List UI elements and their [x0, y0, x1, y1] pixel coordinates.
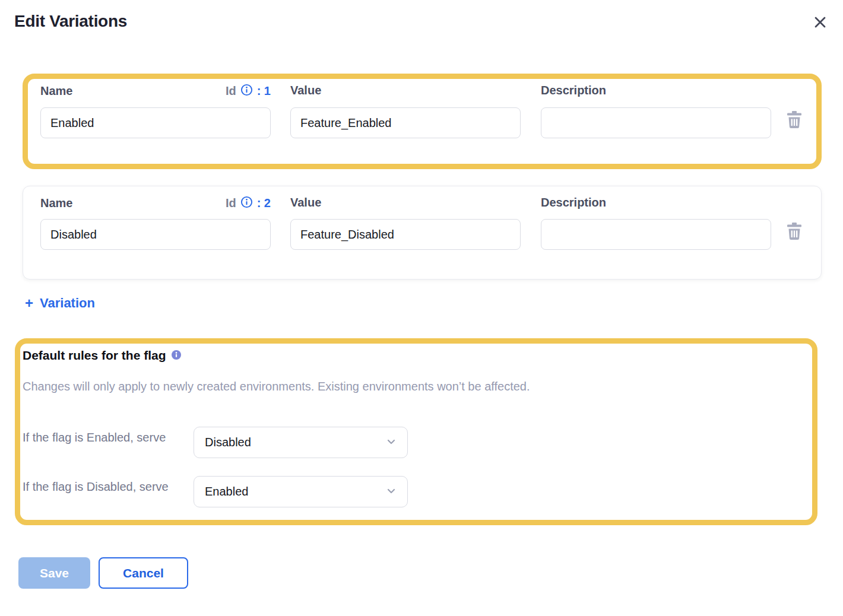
variation-1-name-label-row: Name Id : 1 — [40, 84, 271, 99]
rule-1-select[interactable]: Disabled — [194, 427, 408, 458]
default-rules-heading-row: Default rules for the flag — [23, 348, 181, 363]
variation-1-delete-button[interactable] — [785, 110, 804, 131]
info-filled-icon[interactable] — [172, 348, 181, 363]
save-button[interactable]: Save — [18, 557, 90, 589]
rule-2-select[interactable]: Enabled — [194, 476, 408, 507]
id-label: Id — [226, 196, 236, 210]
variation-2-value-input[interactable] — [290, 219, 521, 250]
variation-1-name-input[interactable] — [40, 107, 271, 138]
chevron-down-icon — [386, 485, 397, 498]
value-label: Value — [290, 84, 321, 97]
id-label: Id — [226, 84, 236, 98]
id-value: : 1 — [257, 84, 271, 98]
close-icon — [812, 14, 828, 32]
variation-2-name-label-row: Name Id : 2 — [40, 196, 271, 211]
trash-icon — [787, 223, 802, 242]
cancel-button[interactable]: Cancel — [99, 557, 188, 589]
info-icon[interactable] — [240, 84, 253, 99]
default-rules-note: Changes will only apply to newly created… — [23, 380, 530, 393]
variation-2-description-input[interactable] — [541, 219, 771, 250]
variation-1-description-input[interactable] — [541, 107, 771, 138]
rule-2-selected-value: Enabled — [205, 485, 248, 498]
chevron-down-icon — [386, 436, 397, 449]
variation-2-delete-button[interactable] — [785, 222, 804, 242]
description-label: Description — [541, 196, 606, 209]
page-title: Edit Variations — [14, 12, 127, 31]
rule-1-label: If the flag is Enabled, serve — [23, 428, 184, 447]
rule-1-selected-value: Disabled — [205, 436, 251, 449]
edit-variations-dialog: Edit Variations Name Id : 1 Value Descri… — [0, 0, 843, 616]
variation-1-id: Id : 1 — [226, 84, 271, 99]
default-rules-heading: Default rules for the flag — [23, 348, 166, 363]
add-variation-button[interactable]: + Variation — [25, 296, 95, 311]
info-icon[interactable] — [240, 196, 253, 211]
variation-2-name-input[interactable] — [40, 219, 271, 250]
name-label: Name — [40, 196, 72, 210]
description-label: Description — [541, 84, 606, 97]
name-label: Name — [40, 84, 72, 98]
close-button[interactable] — [810, 13, 830, 33]
add-variation-label: Variation — [40, 296, 95, 311]
id-value: : 2 — [257, 196, 271, 210]
value-label: Value — [290, 196, 321, 209]
variation-1-value-input[interactable] — [290, 107, 521, 138]
variation-2-id: Id : 2 — [226, 196, 271, 211]
plus-icon: + — [25, 296, 33, 310]
trash-icon — [787, 111, 802, 131]
rule-2-label: If the flag is Disabled, serve — [23, 477, 184, 496]
